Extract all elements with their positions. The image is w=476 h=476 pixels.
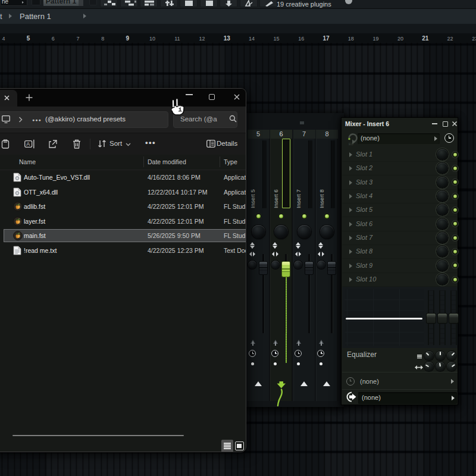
svg-text:A: A [26,141,30,147]
svg-text:EQ: EQ [349,142,354,146]
